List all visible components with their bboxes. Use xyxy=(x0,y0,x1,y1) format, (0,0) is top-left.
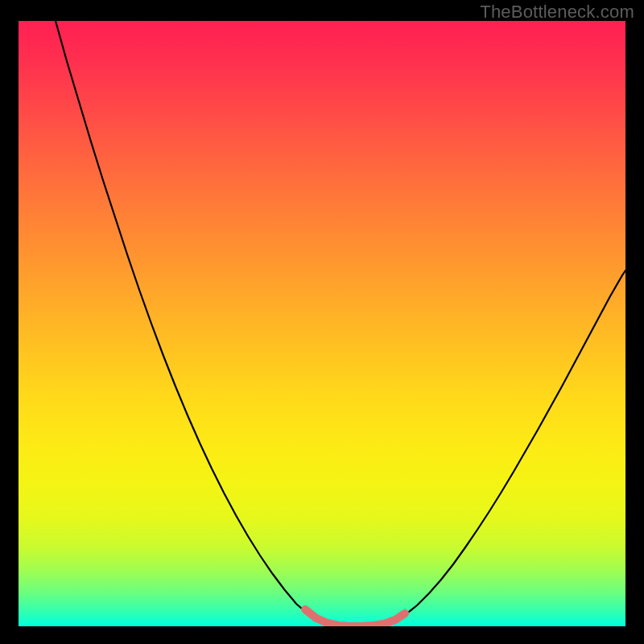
attribution-text: TheBottleneck.com xyxy=(480,2,634,23)
plot-area xyxy=(19,21,625,626)
chart-frame: TheBottleneck.com xyxy=(0,0,644,644)
bottleneck-curve xyxy=(56,21,625,626)
highlight-segment xyxy=(305,609,405,626)
curve-layer xyxy=(19,21,625,626)
